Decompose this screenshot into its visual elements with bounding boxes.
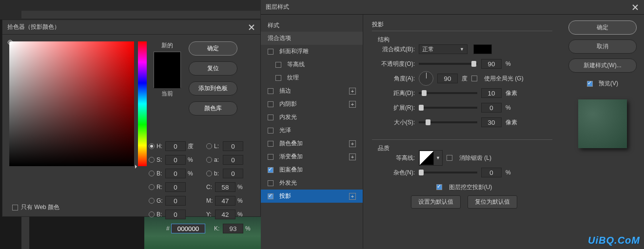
h-radio[interactable]: [149, 143, 155, 149]
plus-icon[interactable]: +: [349, 153, 356, 160]
new-color-label: 新的: [161, 42, 173, 49]
style-satin[interactable]: 光泽: [261, 124, 363, 137]
style-color-overlay[interactable]: 颜色叠加+: [261, 137, 363, 150]
noise-input[interactable]: [481, 168, 502, 177]
r-input[interactable]: [165, 182, 186, 192]
lab-b-radio[interactable]: [206, 171, 212, 176]
preview-label: 预览(V): [599, 79, 618, 88]
plus-icon[interactable]: +: [349, 101, 356, 108]
a-input[interactable]: [223, 155, 243, 165]
angle-dial[interactable]: [419, 71, 433, 86]
blend-mode-select[interactable]: 正常▼: [419, 44, 468, 54]
l-radio[interactable]: [206, 143, 212, 149]
bevel-checkbox[interactable]: [268, 49, 273, 55]
style-texture[interactable]: 纹理: [261, 71, 363, 84]
preview-checkbox[interactable]: [587, 81, 593, 87]
hue-slider-thumb[interactable]: [136, 165, 149, 168]
y-input[interactable]: [215, 210, 235, 219]
close-icon[interactable]: [248, 23, 255, 31]
inner-glow-checkbox[interactable]: [268, 115, 273, 120]
plus-icon[interactable]: +: [349, 140, 356, 147]
color-picker-titlebar[interactable]: 拾色器（投影颜色）: [2, 20, 260, 35]
h-input[interactable]: [165, 141, 186, 151]
style-gradient-overlay[interactable]: 渐变叠加+: [261, 150, 363, 163]
a-radio[interactable]: [206, 157, 212, 163]
drop-shadow-checkbox[interactable]: [268, 193, 273, 199]
anti-alias-label: 消除锯齿 (L): [459, 154, 491, 162]
opacity-input[interactable]: [481, 59, 502, 69]
contour-icon: [419, 151, 434, 165]
g-input[interactable]: [165, 196, 186, 206]
hex-input[interactable]: [171, 224, 205, 233]
blend-mode-label: 混合模式(B):: [376, 45, 415, 54]
new-style-button[interactable]: 新建样式(W)...: [568, 58, 637, 73]
plus-icon[interactable]: +: [349, 193, 356, 200]
spread-slider[interactable]: [419, 107, 477, 109]
c-input[interactable]: [215, 182, 235, 192]
cancel-button[interactable]: 取消: [568, 39, 637, 54]
hue-slider[interactable]: [138, 41, 147, 166]
close-icon[interactable]: [631, 3, 639, 11]
m-input[interactable]: [215, 196, 235, 206]
lab-b-input[interactable]: [223, 169, 243, 178]
rgb-b-input[interactable]: [165, 210, 186, 219]
rgb-b-radio[interactable]: [149, 211, 155, 217]
noise-slider[interactable]: [419, 172, 477, 173]
reset-button[interactable]: 复位: [189, 61, 237, 76]
g-radio[interactable]: [149, 198, 155, 204]
distance-slider[interactable]: [419, 92, 477, 94]
plus-icon[interactable]: +: [349, 88, 356, 95]
style-bevel-emboss[interactable]: 斜面和浮雕: [261, 45, 363, 58]
knockout-checkbox[interactable]: [436, 184, 442, 190]
color-field[interactable]: [9, 41, 134, 166]
color-field-cursor[interactable]: [8, 40, 13, 45]
distance-input[interactable]: [481, 88, 502, 98]
make-default-button[interactable]: 设置为默认值: [411, 195, 461, 209]
styles-header: 样式: [261, 19, 363, 32]
pattern-overlay-checkbox[interactable]: [268, 167, 273, 173]
global-light-checkbox[interactable]: [471, 76, 477, 81]
style-pattern-overlay[interactable]: 图案叠加: [261, 163, 363, 176]
color-library-button[interactable]: 颜色库: [189, 101, 237, 115]
style-outer-glow[interactable]: 外发光: [261, 176, 363, 190]
k-input[interactable]: [223, 224, 243, 233]
web-only-checkbox[interactable]: [12, 205, 18, 211]
color-picker-dialog: 拾色器（投影颜色） 新的 当前 确定 复位 添加到色板 颜色库 H: 度: [2, 19, 261, 217]
hsb-b-input[interactable]: [165, 169, 186, 178]
distance-label: 距离(D):: [376, 89, 415, 97]
contour-picker[interactable]: ▼: [419, 150, 443, 166]
s-radio[interactable]: [149, 157, 155, 163]
b-radio[interactable]: [149, 171, 155, 176]
color-overlay-checkbox[interactable]: [268, 141, 273, 147]
l-input[interactable]: [223, 141, 243, 151]
opacity-slider[interactable]: [419, 63, 477, 65]
layer-style-titlebar[interactable]: 图层样式: [261, 0, 644, 15]
r-radio[interactable]: [149, 184, 155, 190]
anti-alias-checkbox[interactable]: [447, 155, 452, 161]
size-input[interactable]: [481, 117, 502, 127]
spread-input[interactable]: [481, 103, 502, 113]
style-drop-shadow[interactable]: 投影+: [261, 190, 363, 203]
style-contour[interactable]: 等高线: [261, 58, 363, 71]
shadow-color-swatch[interactable]: [473, 44, 492, 54]
style-inner-shadow[interactable]: 内阴影+: [261, 97, 363, 111]
ok-button[interactable]: 确定: [568, 20, 637, 35]
color-swatch[interactable]: [154, 52, 181, 88]
texture-checkbox[interactable]: [275, 75, 281, 81]
size-slider[interactable]: [419, 121, 477, 123]
style-stroke[interactable]: 描边+: [261, 84, 363, 97]
satin-checkbox[interactable]: [268, 128, 273, 134]
style-blending-options[interactable]: 混合选项: [261, 32, 363, 45]
add-swatch-button[interactable]: 添加到色板: [189, 81, 237, 96]
contour-checkbox[interactable]: [275, 62, 281, 68]
s-input[interactable]: [165, 155, 186, 165]
knockout-label: 图层挖空投影(U): [449, 183, 492, 192]
angle-input[interactable]: [437, 74, 458, 83]
inner-shadow-checkbox[interactable]: [268, 101, 273, 107]
outer-glow-checkbox[interactable]: [268, 180, 273, 186]
gradient-overlay-checkbox[interactable]: [268, 154, 273, 160]
style-inner-glow[interactable]: 内发光: [261, 111, 363, 124]
stroke-checkbox[interactable]: [268, 88, 273, 94]
reset-default-button[interactable]: 复位为默认值: [468, 195, 517, 209]
ok-button[interactable]: 确定: [189, 41, 237, 56]
